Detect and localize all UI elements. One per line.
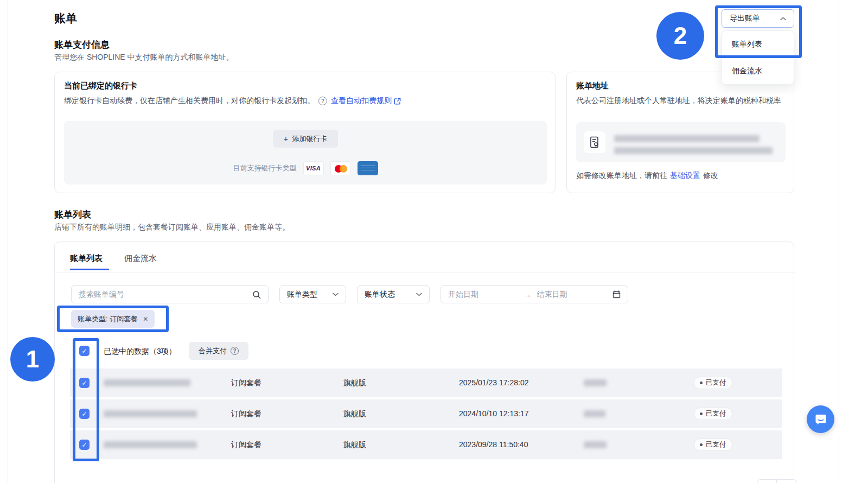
amex-card-icon	[358, 161, 378, 175]
payment-section-title: 账单支付信息	[54, 39, 110, 51]
status-label: 已支付	[706, 409, 726, 418]
annotation-step-2-number: 2	[674, 22, 687, 49]
tab-active-underline	[70, 269, 109, 270]
status-dot-icon	[700, 443, 703, 446]
billing-address-panel: 账单地址 代表公司注册地址或个人常驻地址，将决定账单的税种和税率 如需修改账单地…	[566, 72, 794, 193]
chevron-down-icon	[416, 293, 422, 296]
amount-redacted	[584, 441, 607, 448]
bank-card-description: 绑定银行卡自动续费，仅在店铺产生相关费用时，对你的银行卡发起划扣。	[64, 96, 315, 106]
billing-list-title: 账单列表	[54, 208, 91, 221]
status-label: 已支付	[706, 378, 726, 387]
bank-card-empty-area: + 添加银行卡 目前支持银行卡类型 VISA	[64, 121, 547, 185]
bill-status-select[interactable]: 账单状态	[357, 285, 430, 303]
search-placeholder: 搜索账单编号	[79, 290, 124, 300]
billing-address-footer: 如需修改账单地址，请前往 基础设置 修改	[576, 171, 718, 181]
bank-card-title: 当前已绑定的银行卡	[64, 81, 137, 91]
merge-pay-button-label: 合并支付	[199, 346, 227, 356]
chat-support-button[interactable]	[807, 405, 834, 433]
plan-cell: 旗舰版	[343, 378, 366, 388]
annotation-step-1-badge: 1	[10, 337, 55, 382]
plus-icon: +	[284, 134, 289, 143]
bank-card-panel: 当前已绑定的银行卡 绑定银行卡自动续费，仅在店铺产生相关费用时，对你的银行卡发起…	[54, 72, 556, 193]
bill-type-select[interactable]: 账单类型	[279, 285, 346, 303]
amount-redacted	[584, 410, 605, 417]
supported-card-types-row: 目前支持银行卡类型 VISA	[64, 161, 547, 175]
billing-list-description: 店铺下所有的账单明细，包含套餐订阅账单、应用账单、佣金账单等。	[54, 223, 290, 232]
chat-bubble-icon	[814, 413, 827, 426]
tab-commission-flow[interactable]: 佣金流水	[124, 253, 157, 264]
annotation-step-1-number: 1	[26, 346, 39, 373]
add-bank-card-button[interactable]: + 添加银行卡	[273, 130, 338, 148]
merge-pay-button[interactable]: 合并支付 ?	[189, 342, 248, 360]
table-row[interactable]: ✓ 订阅套餐 旗舰版 2025/01/23 17:28:02 已支付	[70, 368, 782, 397]
auto-charge-rules-link-label: 查看自动扣费规则	[331, 96, 392, 106]
billing-address-box	[576, 122, 786, 162]
date-range-picker[interactable]: 开始日期 → 结束日期	[441, 285, 628, 303]
bill-id-redacted	[104, 410, 197, 417]
page-right-edge	[839, 0, 839, 483]
annotation-step-2-badge: 2	[656, 12, 704, 60]
arrow-right-icon: →	[524, 290, 532, 299]
external-link-icon	[394, 98, 401, 105]
amount-redacted	[584, 379, 607, 386]
bill-status-select-label: 账单状态	[365, 290, 395, 300]
billing-address-description: 代表公司注册地址或个人常驻地址，将决定账单的税种和税率	[576, 95, 788, 106]
pagination-next-button[interactable]	[777, 479, 796, 483]
bill-type-cell: 订阅套餐	[231, 409, 261, 419]
bill-type-cell: 订阅套餐	[231, 440, 261, 450]
pagination-prev-button[interactable]	[757, 479, 777, 483]
footer-text: 修改	[703, 171, 718, 181]
table-row[interactable]: ✓ 订阅套餐 旗舰版 2024/10/10 12:13:17 已支付	[70, 399, 782, 428]
page-left-edge	[8, 0, 8, 483]
payment-section-description: 管理您在 SHOPLINE 中支付账单的方式和账单地址。	[54, 53, 234, 62]
basic-settings-link[interactable]: 基础设置	[670, 171, 700, 181]
supported-card-types-label: 目前支持银行卡类型	[233, 163, 297, 173]
billing-list-card: 账单列表 佣金流水 搜索账单编号 账单类型 账单状态 开始日期	[54, 242, 794, 483]
visa-card-icon: VISA	[303, 161, 324, 175]
address-line-1-redacted	[614, 135, 760, 142]
plan-cell: 旗舰版	[343, 409, 366, 419]
export-menu-item-commission-flow[interactable]: 佣金流水	[722, 58, 794, 84]
start-date-field[interactable]: 开始日期	[448, 290, 519, 300]
tab-bill-list[interactable]: 账单列表	[70, 253, 103, 264]
billing-page: 账单 导出账单 账单列表 佣金流水 2 账单支付信息 管理您在 SHOPLINE…	[0, 0, 868, 483]
address-line-2-redacted	[614, 147, 773, 154]
auto-charge-rules-link[interactable]: 查看自动扣费规则	[331, 96, 401, 106]
date-cell: 2023/09/28 11:50:40	[459, 440, 528, 449]
billing-address-title: 账单地址	[576, 81, 609, 91]
table-row[interactable]: ✓ 订阅套餐 旗舰版 2023/09/28 11:50:40 已支付	[70, 430, 782, 459]
end-date-field[interactable]: 结束日期	[537, 290, 608, 300]
status-badge: 已支付	[694, 438, 732, 451]
footer-text: 如需修改账单地址，请前往	[576, 171, 667, 181]
chevron-down-icon	[333, 293, 339, 296]
address-document-icon	[584, 131, 605, 153]
mastercard-card-icon	[330, 161, 351, 175]
add-bank-card-button-label: 添加银行卡	[292, 134, 327, 144]
bill-id-redacted	[104, 441, 197, 448]
status-dot-icon	[700, 412, 703, 415]
search-icon	[252, 290, 261, 299]
search-input[interactable]: 搜索账单编号	[71, 285, 269, 303]
bill-type-cell: 订阅套餐	[231, 378, 261, 388]
page-title: 账单	[54, 11, 77, 26]
status-dot-icon	[700, 382, 703, 384]
bill-id-redacted	[104, 379, 190, 386]
bank-card-description-row: 绑定银行卡自动续费，仅在店铺产生相关费用时，对你的银行卡发起划扣。 ? 查看自动…	[64, 96, 401, 106]
bill-type-select-label: 账单类型	[287, 290, 317, 300]
annotation-step-1-box	[73, 338, 99, 461]
pagination	[757, 479, 796, 483]
help-icon[interactable]: ?	[318, 97, 327, 105]
calendar-icon	[612, 290, 621, 298]
status-label: 已支付	[706, 440, 726, 449]
tabs-divider	[55, 272, 795, 272]
date-cell: 2024/10/10 12:13:17	[459, 409, 528, 418]
tab-commission-flow-label: 佣金流水	[124, 253, 157, 263]
date-cell: 2025/01/23 17:28:02	[459, 378, 528, 387]
status-badge: 已支付	[694, 377, 732, 389]
export-menu-item-label: 佣金流水	[732, 66, 762, 76]
selected-count-label: 已选中的数据（3项）	[104, 347, 176, 357]
status-badge: 已支付	[694, 408, 732, 420]
help-icon: ?	[231, 347, 239, 355]
plan-cell: 旗舰版	[343, 440, 366, 450]
tab-bill-list-label: 账单列表	[70, 253, 103, 263]
